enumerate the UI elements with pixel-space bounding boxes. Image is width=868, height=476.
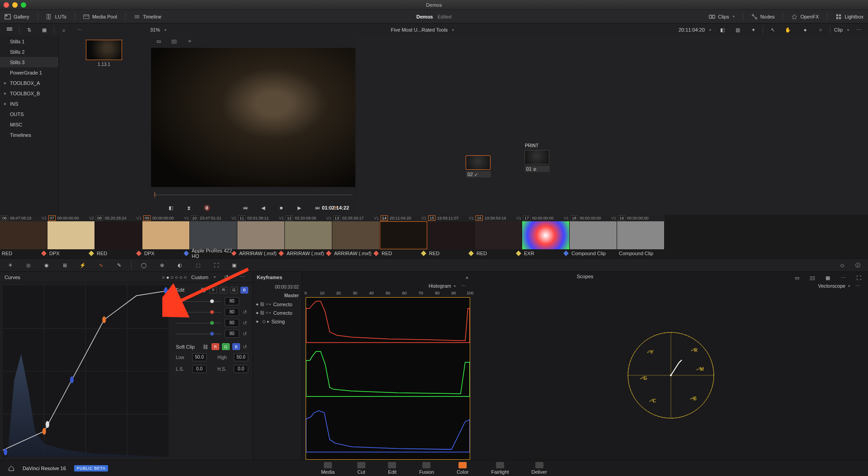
split-screen-icon[interactable]: ▥ — [732, 25, 744, 35]
highlight-icon[interactable]: ✦ — [747, 25, 759, 35]
gallery-item[interactable]: Stills 1 — [0, 36, 58, 47]
gallery-item[interactable]: ▸INS — [0, 98, 58, 109]
node-dot-icon[interactable]: ● — [799, 25, 811, 35]
curves-reset-icon[interactable]: ↺ — [220, 272, 232, 282]
play-button[interactable]: ▶ — [293, 203, 305, 213]
gallery-view-list-icon[interactable] — [4, 25, 15, 35]
viewer-mute-icon[interactable]: 🔇 — [201, 203, 213, 213]
reset-icon[interactable] — [243, 299, 248, 304]
clip-mode-dropdown[interactable]: Clip — [834, 27, 843, 33]
clip-thumbnail[interactable]: 1700:00:00:00V1EXR — [522, 215, 570, 258]
low-value[interactable]: 50.0 — [192, 353, 207, 361]
lightbox-toggle[interactable]: Lightbox — [835, 14, 863, 20]
keyframe-track-corrector1[interactable]: ● ⛓ ◇ ▸ Correcto — [253, 300, 302, 308]
sizing-palette-icon[interactable]: ⛶ — [210, 260, 222, 270]
reset-icon[interactable]: ↺ — [243, 309, 248, 315]
record-timecode[interactable]: 20:11:04:20 — [679, 27, 705, 33]
scopes-expand-icon[interactable]: ⛶ — [853, 273, 864, 283]
page-media[interactable]: Media — [321, 462, 335, 475]
clip-thumbnail[interactable]: 1102:01:39:11V1ARRIRAW (.mxf) — [237, 215, 285, 258]
channel-r-button[interactable]: R — [220, 287, 227, 294]
info-icon[interactable]: ⓘ — [852, 260, 863, 270]
prev-frame-button[interactable]: ◀ — [257, 203, 269, 213]
wheels-palette-icon[interactable]: ◉ — [41, 260, 52, 270]
histogram-label[interactable]: Histogram — [429, 283, 451, 289]
timeline-toggle[interactable]: Timeline — [134, 14, 161, 20]
scopes-layout4-icon[interactable]: ▦ — [822, 273, 834, 283]
minimize-window-button[interactable] — [12, 2, 18, 8]
high-value[interactable]: 50.0 — [234, 353, 248, 361]
clip-thumbnail[interactable]: 0900:00:00:00V1DPX — [142, 215, 190, 258]
gallery-item[interactable]: Timelines — [0, 130, 58, 140]
viewer-mode-dual-icon[interactable]: ▯▯ — [168, 36, 180, 46]
intensity-r-value[interactable]: 80 — [225, 308, 239, 316]
gallery-item[interactable]: ▸TOOLBOX_A — [0, 78, 58, 88]
luts-toggle[interactable]: LUTs — [46, 14, 66, 20]
keyframe-mode-icon[interactable]: ◇ — [836, 260, 848, 270]
reset-icon[interactable]: ↺ — [243, 331, 248, 336]
clip-thumbnail[interactable]: 1800:00:00:00V1Compound Clip — [570, 215, 617, 258]
node-options-icon[interactable]: ⋯ — [853, 25, 864, 35]
softclip-b-button[interactable]: B — [232, 343, 240, 350]
vectorscope-label[interactable]: Vectorscope — [818, 283, 845, 289]
ls-value[interactable]: 0.0 — [192, 365, 207, 373]
curves-mode-dropdown[interactable]: Custom — [191, 275, 208, 280]
hs-value[interactable]: 0.0 — [234, 365, 248, 373]
page-edit[interactable]: Edit — [388, 462, 396, 475]
gallery-toggle[interactable]: Gallery — [5, 14, 29, 20]
viewer-clip-name[interactable]: Five Most U...Rated Tools — [391, 27, 448, 33]
curve-graph[interactable] — [3, 285, 169, 457]
intensity-g-value[interactable]: 80 — [225, 319, 239, 327]
clip-thumbnail-timeline[interactable]: 0609:47:08:15V2RED0700:00:00:00V2DPX0805… — [0, 215, 868, 258]
stop-button[interactable]: ■ — [275, 203, 287, 213]
viewer-marker-icon[interactable]: ⧗ — [183, 203, 195, 213]
window-palette-icon[interactable]: ◯ — [138, 260, 150, 270]
scopes-layout1-icon[interactable]: ▭ — [791, 273, 803, 283]
clip-thumbnail[interactable]: 0700:00:00:00V2DPX — [47, 215, 95, 258]
pointer-icon[interactable]: ↖ — [767, 25, 778, 35]
motion-palette-icon[interactable]: ⚡ — [77, 260, 89, 270]
pan-icon[interactable]: ✋ — [782, 25, 794, 35]
viewer-zoom[interactable]: 31% — [150, 27, 160, 33]
clip-thumbnail[interactable]: 1619:56:54:19V1RED — [475, 215, 522, 258]
rgb-mixer-palette-icon[interactable]: ⊞ — [59, 260, 71, 270]
channel-y-button[interactable]: Y — [209, 287, 217, 294]
qualifier-palette-icon[interactable]: ✎ — [113, 260, 125, 270]
gallery-item[interactable]: ▸TOOLBOX_B — [0, 88, 58, 98]
node-editor[interactable]: 02 ⤢ PRINT 01 ⊘ — [357, 36, 868, 215]
3d-palette-icon[interactable]: ▣ — [228, 260, 240, 270]
viewer-mode-single-icon[interactable]: ▭ — [153, 36, 165, 46]
keyframe-track-sizing[interactable]: ● ◇ ▸ Sizing — [253, 317, 302, 326]
clip-thumbnail[interactable]: 0609:47:08:15V2RED — [0, 215, 47, 258]
page-fairlight[interactable]: Fairlight — [491, 462, 509, 475]
node-01[interactable]: PRINT 01 ⊘ — [524, 150, 549, 164]
channel-b-button[interactable]: B — [241, 287, 248, 294]
wipe-icon[interactable]: ◧ — [717, 25, 728, 35]
clip-thumbnail[interactable]: 1519:59:11:07V1RED — [427, 215, 475, 258]
gallery-grid-icon[interactable]: ▦ — [38, 25, 50, 35]
tracking-palette-icon[interactable]: ⊕ — [156, 260, 168, 270]
nodes-toggle[interactable]: Nodes — [751, 14, 775, 20]
intensity-g-slider[interactable]: 80 ↺ — [176, 319, 248, 327]
intensity-y-slider[interactable]: 80 — [176, 297, 248, 305]
keyframe-track-corrector2[interactable]: ● ⛓ ◇ ▸ Correcto — [253, 308, 302, 317]
viewer-wand-icon[interactable]: ✧ — [184, 36, 195, 46]
node-dot-empty-icon[interactable]: ○ — [815, 25, 826, 35]
intensity-y-value[interactable]: 80 — [225, 297, 239, 305]
page-deliver[interactable]: Deliver — [532, 462, 547, 475]
clip-thumbnail[interactable]: 1302:35:26:17V1ARRIRAW (.mxf) — [332, 215, 380, 258]
reset-icon[interactable]: ↺ — [243, 344, 248, 350]
clip-thumbnail[interactable]: 1202:20:08:06V1ARRIRAW (.mxf) — [285, 215, 332, 258]
gang-channels-icon[interactable]: ⛓ — [199, 287, 207, 294]
curves-options-icon[interactable]: ⋯ — [236, 272, 248, 282]
intensity-b-value[interactable]: 80 — [225, 330, 239, 338]
gallery-item[interactable]: PowerGrade 1 — [0, 67, 58, 78]
intensity-b-slider[interactable]: 80 ↺ — [176, 330, 248, 338]
gallery-item[interactable]: MISC — [0, 119, 58, 130]
clip-thumbnail[interactable]: 1023:47:51:21V1Apple ProRes 422 HQ — [190, 215, 237, 258]
gallery-item[interactable]: Stills 2 — [0, 47, 58, 57]
scopes-layout2-icon[interactable]: ▯▯ — [807, 273, 818, 283]
intensity-r-slider[interactable]: 80 ↺ — [176, 308, 248, 316]
close-window-button[interactable] — [4, 2, 9, 8]
clip-thumbnail[interactable]: 1900:00:00:00Compound Clip — [617, 215, 665, 258]
